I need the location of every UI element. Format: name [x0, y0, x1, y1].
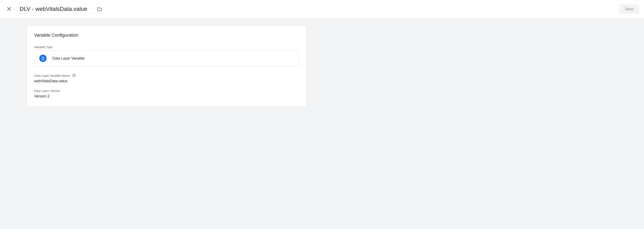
svg-point-3	[74, 76, 74, 76]
close-button[interactable]	[5, 5, 13, 14]
folder-icon[interactable]	[97, 7, 102, 12]
variable-name-input[interactable]	[20, 5, 93, 13]
close-icon	[6, 6, 12, 12]
header: Save	[0, 0, 644, 19]
variable-configuration-card: Variable Configuration Variable Type Dat…	[26, 26, 307, 107]
variable-name-value: webVitalsData.value	[34, 79, 299, 83]
variable-type-name: Data Layer Variable	[52, 56, 85, 61]
variable-name-label: Data Layer Variable Name	[34, 74, 299, 77]
version-field: Data Layer Version Version 2	[34, 89, 299, 98]
data-layer-variable-icon	[39, 55, 46, 62]
version-value: Version 2	[34, 94, 299, 98]
save-button[interactable]: Save	[619, 5, 639, 14]
variable-name-field: Data Layer Variable Name webVitalsData.v…	[34, 74, 299, 83]
card-title: Variable Configuration	[34, 33, 299, 38]
content-area: Variable Configuration Variable Type Dat…	[0, 19, 644, 229]
variable-type-label: Variable Type	[34, 45, 299, 49]
variable-type-selector[interactable]: Data Layer Variable	[34, 50, 299, 66]
help-icon[interactable]	[72, 74, 76, 77]
version-label: Data Layer Version	[34, 89, 299, 93]
